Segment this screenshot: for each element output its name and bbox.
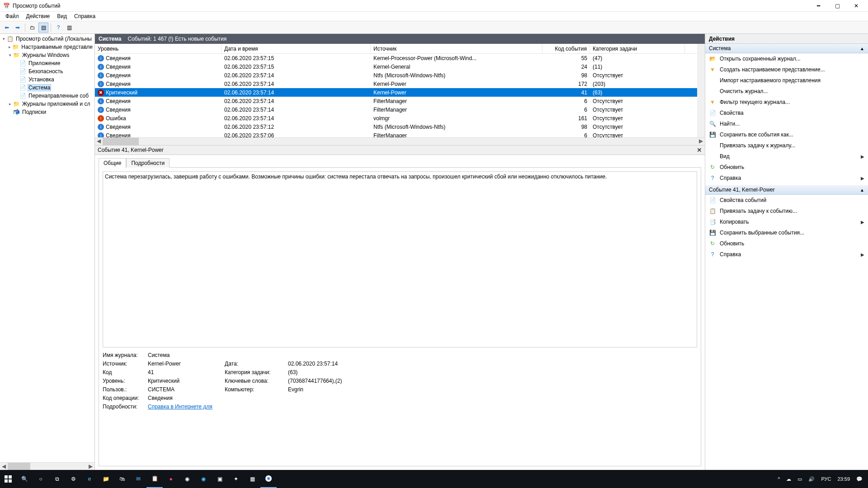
col-level[interactable]: Уровень — [95, 44, 222, 53]
tray-onedrive[interactable]: ☁ — [783, 470, 794, 488]
table-row[interactable]: iСведения02.06.2020 23:57:14FilterManage… — [95, 97, 697, 105]
table-vscroll[interactable] — [697, 44, 705, 137]
taskbar-steam[interactable]: ◉ — [179, 470, 195, 488]
menu-file[interactable]: Файл — [2, 12, 23, 20]
taskbar-app[interactable]: ◉ — [195, 470, 212, 488]
table-row[interactable]: iСведения02.06.2020 23:57:14Kernel-Power… — [95, 80, 697, 88]
tray-notifications[interactable]: 💬 — [854, 470, 865, 488]
collapse-icon[interactable]: ▲ — [860, 188, 864, 192]
back-button[interactable]: ⬅ — [2, 23, 12, 33]
col-date[interactable]: Дата и время — [222, 44, 371, 53]
show-preview-button[interactable]: ▤ — [38, 23, 48, 33]
action-item[interactable]: 📄Свойства событий — [705, 195, 868, 206]
table-row[interactable]: iСведения02.06.2020 23:57:14FilterManage… — [95, 105, 697, 114]
col-eventid[interactable]: Код события — [542, 44, 590, 53]
online-help-link[interactable]: Справка в Интернете для — [148, 404, 220, 410]
expand-icon[interactable]: ▾ — [7, 53, 13, 57]
detail-close-button[interactable]: ✕ — [696, 146, 703, 154]
taskbar-app[interactable]: ▣ — [212, 470, 228, 488]
taskbar-eventviewer[interactable]: 📋 — [146, 470, 163, 488]
expand-icon[interactable]: ▸ — [7, 45, 12, 49]
table-row[interactable]: iСведения02.06.2020 23:57:15Kernel-Proce… — [95, 54, 697, 62]
tree-custom-views[interactable]: ▸📁Настраиваемые представле — [1, 43, 94, 51]
tray-volume[interactable]: 🔊 — [806, 470, 817, 488]
table-row[interactable]: iСведения02.06.2020 23:57:15Kernel-Gener… — [95, 62, 697, 71]
action-item[interactable]: 🔍Найти... — [705, 118, 868, 129]
tree-security[interactable]: 📄Безопасность — [1, 67, 94, 75]
taskbar-app[interactable]: ⚙ — [65, 470, 81, 488]
taskbar-mail[interactable]: ✉ — [130, 470, 146, 488]
taskbar-chrome[interactable] — [260, 470, 277, 488]
cortana-button[interactable]: ○ — [33, 470, 49, 488]
action-item[interactable]: Вид▶ — [705, 151, 868, 162]
help-button[interactable]: ? — [53, 23, 63, 33]
minimize-button[interactable]: ━ — [809, 1, 827, 11]
table-row[interactable]: !Ошибка02.06.2020 23:57:14volmgr161Отсут… — [95, 114, 697, 122]
tray-battery[interactable]: ▭ — [795, 470, 805, 488]
actions-group-event[interactable]: Событие 41, Kernel-Power▲ — [705, 185, 868, 195]
table-row[interactable]: iСведения02.06.2020 23:57:06FilterManage… — [95, 131, 697, 137]
tree-setup[interactable]: 📄Установка — [1, 75, 94, 84]
maximize-button[interactable]: ▢ — [828, 1, 846, 11]
menu-help[interactable]: Справка — [71, 12, 99, 20]
tray-language[interactable]: РУС — [818, 470, 834, 488]
taskbar-app[interactable]: ▦ — [244, 470, 260, 488]
action-item[interactable]: ↻Обновить — [705, 238, 868, 249]
tree-application[interactable]: 📄Приложение — [1, 59, 94, 67]
tree-root[interactable]: ▾📋Просмотр событий (Локальны — [1, 35, 94, 43]
taskbar-app[interactable]: ● — [163, 470, 179, 488]
tree-hscroll[interactable]: ◀▶ — [0, 462, 94, 470]
action-item[interactable]: ▼Создать настраиваемое представление... — [705, 64, 868, 75]
action-item[interactable]: ?Справка▶ — [705, 249, 868, 260]
menu-action[interactable]: Действие — [23, 12, 54, 20]
actions-group-system[interactable]: Система▲ — [705, 44, 868, 53]
folder-icon: 📁 — [12, 43, 19, 51]
tree-forwarded[interactable]: 📄Перенаправленные соб — [1, 92, 94, 100]
action-item[interactable]: Импорт настраиваемого представления — [705, 75, 868, 86]
event-rows[interactable]: iСведения02.06.2020 23:57:15Kernel-Proce… — [95, 54, 697, 137]
search-button[interactable]: 🔍 — [16, 470, 33, 488]
action-item[interactable]: ▼Фильтр текущего журнала... — [705, 97, 868, 108]
menu-view[interactable]: Вид — [53, 12, 71, 20]
table-row[interactable]: iСведения02.06.2020 23:57:12Ntfs (Micros… — [95, 122, 697, 131]
tray-clock[interactable]: 23:59 — [835, 470, 853, 488]
action-item[interactable]: 💾Сохранить все события как... — [705, 129, 868, 140]
action-item[interactable]: 📑Копировать▶ — [705, 216, 868, 227]
col-source[interactable]: Источник — [371, 44, 542, 53]
actions-toggle-button[interactable]: ▥ — [64, 23, 74, 33]
tree-subscriptions[interactable]: 📬Подписки — [1, 108, 94, 116]
taskbar-edge[interactable]: e — [81, 470, 98, 488]
action-item[interactable]: Очистить журнал... — [705, 86, 868, 97]
action-item[interactable]: ↻Обновить — [705, 162, 868, 173]
taskbar-app[interactable]: ✦ — [228, 470, 244, 488]
tab-details[interactable]: Подробности — [126, 158, 170, 168]
col-category[interactable]: Категория задачи — [590, 44, 685, 53]
start-button[interactable] — [0, 470, 16, 488]
taskview-button[interactable]: ⧉ — [49, 470, 65, 488]
taskbar-store[interactable]: 🛍 — [114, 470, 130, 488]
tree-windows-logs[interactable]: ▾📁Журналы Windows — [1, 51, 94, 59]
tray-expand[interactable]: ^ — [775, 470, 783, 488]
table-row[interactable]: ✖Критический02.06.2020 23:57:14Kernel-Po… — [95, 88, 697, 97]
table-row[interactable]: iСведения02.06.2020 23:57:14Ntfs (Micros… — [95, 71, 697, 80]
svg-point-5 — [267, 477, 270, 480]
action-item[interactable]: ?Справка▶ — [705, 173, 868, 183]
action-item[interactable]: Привязать задачу к журналу... — [705, 140, 868, 151]
action-item[interactable]: 💾Сохранить выбранные события... — [705, 227, 868, 238]
svg-rect-2 — [5, 479, 8, 483]
expand-icon[interactable]: ▸ — [7, 102, 13, 106]
expand-icon[interactable]: ▾ — [1, 37, 6, 41]
taskbar-explorer[interactable]: 📁 — [98, 470, 114, 488]
tree-system[interactable]: 📄Система — [1, 84, 94, 92]
tab-general[interactable]: Общие — [99, 158, 126, 168]
table-header[interactable]: Уровень Дата и время Источник Код событи… — [95, 44, 697, 54]
action-item[interactable]: 📂Открыть сохраненный журнал... — [705, 53, 868, 64]
close-button[interactable]: ✕ — [847, 1, 865, 11]
action-item[interactable]: 📋Привязать задачу к событию... — [705, 206, 868, 216]
tree-app-services[interactable]: ▸📁Журналы приложений и сл — [1, 100, 94, 108]
forward-button[interactable]: ➡ — [13, 23, 23, 33]
table-hscroll[interactable]: ◀▶ — [95, 137, 705, 145]
collapse-icon[interactable]: ▲ — [860, 46, 864, 51]
action-item[interactable]: 📄Свойства — [705, 108, 868, 118]
show-tree-button[interactable]: 🗀 — [28, 23, 38, 33]
